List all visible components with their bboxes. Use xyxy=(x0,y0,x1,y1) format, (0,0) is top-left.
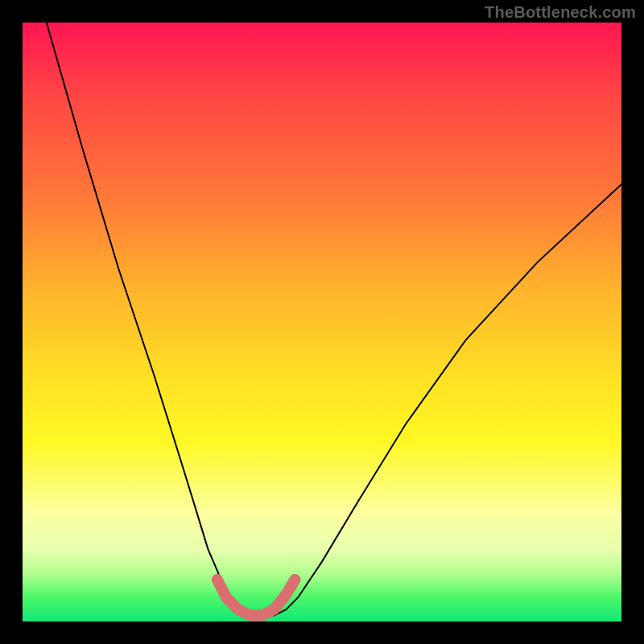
curve-layer xyxy=(23,23,621,621)
chart-frame: TheBottleneck.com xyxy=(0,0,644,644)
plot-area xyxy=(23,23,621,621)
bottleneck-curve xyxy=(47,23,621,616)
attribution-label: TheBottleneck.com xyxy=(485,3,636,22)
